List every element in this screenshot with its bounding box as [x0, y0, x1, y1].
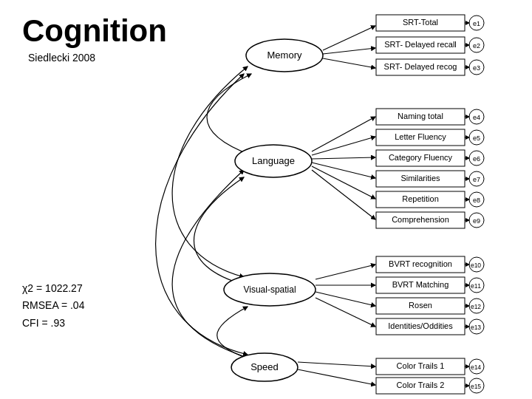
svg-line-3	[323, 48, 375, 54]
svg-text:Language: Language	[252, 155, 295, 166]
svg-line-27	[312, 170, 375, 219]
svg-text:Naming total: Naming total	[398, 112, 443, 120]
svg-line-62	[316, 292, 375, 306]
svg-text:e6: e6	[473, 155, 480, 163]
svg-line-86	[298, 362, 375, 366]
svg-text:Speed: Speed	[250, 361, 279, 372]
svg-text:SRT- Delayed recall: SRT- Delayed recall	[384, 40, 457, 49]
svg-text:BVRT recognition: BVRT recognition	[389, 259, 452, 268]
svg-text:Letter Fluency: Letter Fluency	[395, 132, 446, 141]
svg-text:e14: e14	[471, 364, 481, 371]
svg-text:Similarities: Similarities	[400, 174, 440, 183]
svg-text:e15: e15	[471, 383, 481, 390]
svg-text:Color Trails 2: Color Trails 2	[397, 381, 445, 389]
svg-text:e2: e2	[473, 42, 480, 50]
svg-line-24	[312, 157, 375, 159]
svg-text:e12: e12	[471, 303, 481, 310]
svg-text:SRT- Delayed recog: SRT- Delayed recog	[384, 62, 457, 71]
svg-line-25	[312, 163, 375, 178]
svg-text:e3: e3	[473, 64, 480, 72]
svg-line-4	[323, 58, 375, 68]
svg-text:BVRT Matching: BVRT Matching	[392, 280, 449, 289]
svg-text:e10: e10	[471, 262, 481, 269]
svg-text:Category Fluency: Category Fluency	[389, 153, 453, 162]
svg-text:SRT-Total: SRT-Total	[403, 18, 438, 27]
svg-line-2	[323, 26, 375, 50]
svg-text:Comprehension: Comprehension	[392, 215, 449, 224]
svg-text:e11: e11	[471, 282, 481, 290]
svg-text:Rosen: Rosen	[409, 301, 432, 310]
svg-line-26	[312, 166, 375, 199]
svg-text:e9: e9	[473, 217, 480, 225]
svg-text:e5: e5	[473, 134, 480, 142]
svg-line-87	[298, 369, 375, 385]
svg-text:e8: e8	[473, 197, 480, 204]
svg-text:Visual-spatial: Visual-spatial	[243, 284, 296, 295]
svg-text:e13: e13	[471, 324, 481, 331]
svg-text:Color Trails 1: Color Trails 1	[397, 361, 445, 370]
svg-text:Repetition: Repetition	[402, 194, 439, 203]
svg-text:Memory: Memory	[267, 50, 302, 61]
svg-text:Identities/Oddities: Identities/Oddities	[388, 321, 453, 330]
svg-line-63	[316, 298, 375, 327]
svg-text:e7: e7	[473, 176, 480, 183]
svg-text:e1: e1	[473, 20, 480, 27]
svg-text:e4: e4	[473, 114, 480, 121]
svg-line-60	[316, 265, 375, 279]
